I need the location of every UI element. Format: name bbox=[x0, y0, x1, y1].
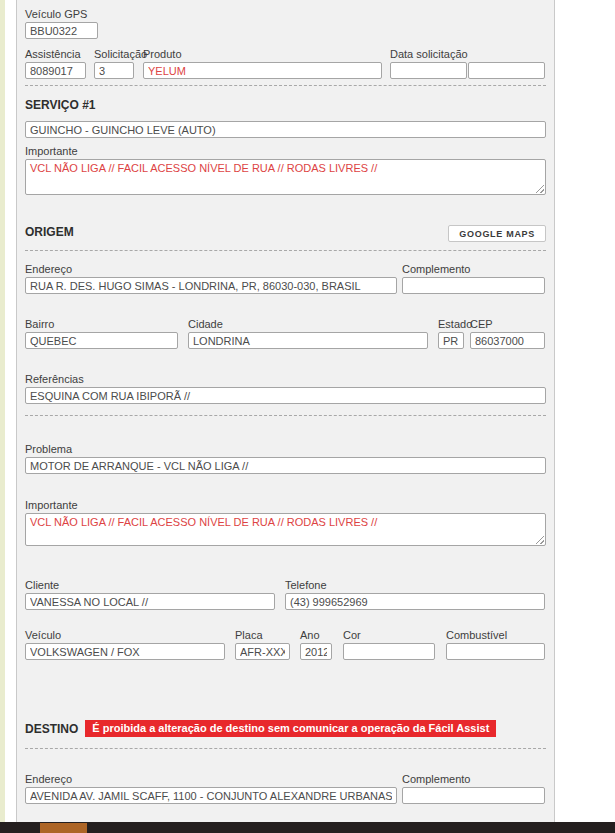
origem-heading: ORIGEM bbox=[25, 225, 74, 239]
section-divider bbox=[25, 415, 546, 416]
origem-estado-input[interactable] bbox=[438, 332, 464, 349]
cliente-label: Cliente bbox=[25, 579, 275, 591]
telefone-label: Telefone bbox=[285, 579, 545, 591]
origem-importante-textarea[interactable]: VCL NÃO LIGA // FACIL ACESSO NÍVEL DE RU… bbox=[25, 513, 546, 546]
data-solicitacao-time-input[interactable] bbox=[468, 62, 545, 79]
origem-complemento-input[interactable] bbox=[402, 277, 545, 294]
cliente-input[interactable] bbox=[25, 593, 275, 610]
cor-label: Cor bbox=[343, 629, 435, 641]
telefone-field: Telefone bbox=[285, 579, 545, 610]
origem-problema-field: Problema bbox=[25, 443, 546, 474]
ano-label: Ano bbox=[300, 629, 332, 641]
origem-complemento-field: Complemento bbox=[402, 263, 545, 294]
placa-label: Placa bbox=[235, 629, 290, 641]
origem-problema-input[interactable] bbox=[25, 457, 546, 474]
origem-cidade-field: Cidade bbox=[188, 318, 428, 349]
ano-input[interactable] bbox=[300, 643, 332, 660]
origem-cidade-input[interactable] bbox=[188, 332, 428, 349]
origem-estado-label: Estado bbox=[438, 318, 464, 330]
combustivel-input[interactable] bbox=[446, 643, 545, 660]
combustivel-label: Combustível bbox=[446, 629, 545, 641]
origem-endereco-input[interactable] bbox=[25, 277, 397, 294]
section-divider bbox=[25, 250, 546, 251]
ano-field: Ano bbox=[300, 629, 332, 660]
servico-importante-textarea[interactable]: VCL NÃO LIGA // FACIL ACESSO NÍVEL DE RU… bbox=[25, 159, 546, 195]
origem-cep-label: CEP bbox=[470, 318, 545, 330]
destino-endereco-field: Endereço bbox=[25, 773, 397, 804]
origem-importante-label: Importante bbox=[25, 499, 546, 511]
left-accent-strip bbox=[0, 0, 5, 833]
origem-bairro-label: Bairro bbox=[25, 318, 178, 330]
origem-endereco-label: Endereço bbox=[25, 263, 397, 275]
produto-input[interactable] bbox=[143, 62, 382, 79]
origem-referencias-field: Referências bbox=[25, 373, 546, 404]
solicitacao-label: Solicitação bbox=[94, 48, 134, 60]
vehicle-gps-label: Veículo GPS bbox=[25, 8, 98, 20]
origem-cep-field: CEP bbox=[470, 318, 545, 349]
origem-endereco-field: Endereço bbox=[25, 263, 397, 294]
assistencia-input[interactable] bbox=[25, 62, 86, 79]
resize-grip-icon[interactable] bbox=[536, 536, 544, 544]
servico-tipo-input[interactable] bbox=[25, 121, 546, 138]
destino-endereco-input[interactable] bbox=[25, 787, 397, 804]
google-maps-button[interactable]: GOOGLE MAPS bbox=[448, 225, 546, 242]
origem-estado-field: Estado bbox=[438, 318, 464, 349]
taskbar-item-orange[interactable] bbox=[40, 823, 87, 833]
section-divider bbox=[25, 748, 546, 749]
cor-field: Cor bbox=[343, 629, 435, 660]
destino-endereco-label: Endereço bbox=[25, 773, 397, 785]
origem-cep-input[interactable] bbox=[470, 332, 545, 349]
cor-input[interactable] bbox=[343, 643, 435, 660]
telefone-input[interactable] bbox=[285, 593, 545, 610]
placa-input[interactable] bbox=[235, 643, 290, 660]
resize-grip-icon[interactable] bbox=[536, 185, 544, 193]
data-solicitacao-field: Data solicitação bbox=[390, 48, 545, 79]
origem-problema-label: Problema bbox=[25, 443, 546, 455]
produto-label: Produto bbox=[143, 48, 382, 60]
veiculo-field: Veículo bbox=[25, 629, 225, 660]
destino-complemento-label: Complemento bbox=[402, 773, 545, 785]
origem-referencias-label: Referências bbox=[25, 373, 546, 385]
data-solicitacao-label: Data solicitação bbox=[390, 48, 545, 60]
origem-cidade-label: Cidade bbox=[188, 318, 428, 330]
data-solicitacao-date-input[interactable] bbox=[390, 62, 467, 79]
combustivel-field: Combustível bbox=[446, 629, 545, 660]
cliente-field: Cliente bbox=[25, 579, 275, 610]
assistencia-field: Assistência bbox=[25, 48, 86, 79]
assistencia-label: Assistência bbox=[25, 48, 86, 60]
origem-complemento-label: Complemento bbox=[402, 263, 545, 275]
veiculo-label: Veículo bbox=[25, 629, 225, 641]
destino-warning-badge: É proibida a alteração de destino sem co… bbox=[85, 720, 496, 737]
origem-referencias-input[interactable] bbox=[25, 387, 546, 404]
section-divider bbox=[25, 85, 546, 86]
destino-complemento-field: Complemento bbox=[402, 773, 545, 804]
origem-bairro-field: Bairro bbox=[25, 318, 178, 349]
vehicle-gps-field: Veículo GPS bbox=[25, 8, 98, 39]
solicitacao-field: Solicitação bbox=[94, 48, 134, 79]
produto-field: Produto bbox=[143, 48, 382, 79]
destino-heading: DESTINO bbox=[25, 722, 78, 736]
servico-heading: SERVIÇO #1 bbox=[25, 98, 546, 112]
destino-complemento-input[interactable] bbox=[402, 787, 545, 804]
vehicle-gps-input[interactable] bbox=[25, 22, 98, 39]
origem-bairro-input[interactable] bbox=[25, 332, 178, 349]
solicitacao-input[interactable] bbox=[94, 62, 134, 79]
form-panel: Veículo GPS Assistência Solicitação Prod… bbox=[16, 0, 555, 833]
veiculo-input[interactable] bbox=[25, 643, 225, 660]
placa-field: Placa bbox=[235, 629, 290, 660]
bottom-taskbar bbox=[0, 822, 615, 833]
servico-importante-label: Importante bbox=[25, 145, 546, 157]
